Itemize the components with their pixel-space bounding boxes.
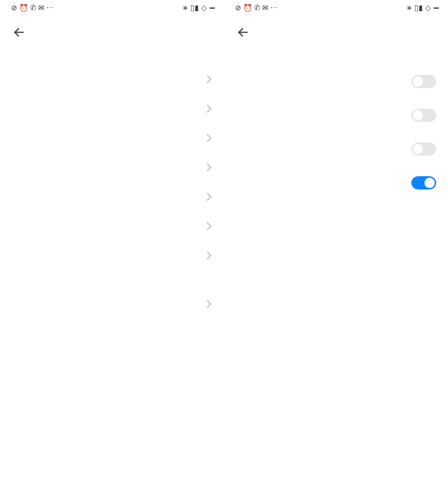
wifi-icon: ◇ bbox=[201, 4, 207, 12]
chevron-right-icon bbox=[206, 134, 212, 142]
mail-icon: ✉ bbox=[262, 4, 268, 12]
status-bar: ⊘ ⏰ ✆ ✉ ⋯ ∗ ▯▮ ◇ bbox=[224, 0, 448, 16]
bluetooth-icon: ∗ bbox=[182, 4, 188, 12]
alarm-icon: ⏰ bbox=[19, 4, 28, 12]
row-account-chiamate[interactable] bbox=[12, 65, 212, 94]
whatsapp-icon: ✆ bbox=[254, 4, 260, 12]
status-bar: ⊘ ⏰ ✆ ✉ ⋯ ∗ ▯▮ ◇ bbox=[0, 0, 224, 16]
battery-icon bbox=[209, 7, 215, 9]
toggle-knob bbox=[424, 178, 435, 188]
chevron-right-icon bbox=[206, 163, 212, 172]
signal-icon: ▯▮ bbox=[190, 4, 199, 12]
dnd-icon: ⊘ bbox=[11, 4, 17, 12]
row-risposta-automatica[interactable] bbox=[12, 211, 212, 241]
wifi-icon: ◇ bbox=[425, 4, 431, 12]
arrow-left-icon bbox=[236, 25, 250, 40]
status-left: ⊘ ⏰ ✆ ✉ ⋯ bbox=[233, 4, 278, 12]
bluetooth-icon: ∗ bbox=[406, 4, 412, 12]
more-notifications-icon: ⋯ bbox=[46, 4, 54, 12]
screen-call-settings: ⊘ ⏰ ✆ ✉ ⋯ ∗ ▯▮ ◇ bbox=[0, 0, 224, 492]
chevron-right-icon bbox=[206, 300, 212, 308]
topbar bbox=[0, 16, 224, 43]
back-button[interactable] bbox=[236, 22, 256, 43]
chevron-right-icon bbox=[206, 104, 212, 113]
toggle-knob bbox=[413, 144, 423, 154]
battery-icon bbox=[433, 7, 439, 9]
alarm-icon: ⏰ bbox=[243, 4, 252, 12]
row-deviazione[interactable] bbox=[12, 123, 212, 153]
status-right: ∗ ▯▮ ◇ bbox=[182, 4, 215, 12]
toggle-knob bbox=[413, 76, 423, 87]
row-privacy[interactable] bbox=[12, 289, 212, 319]
toggle-volume[interactable] bbox=[411, 142, 436, 156]
row-volume-ascendente[interactable] bbox=[236, 132, 436, 166]
status-left: ⊘ ⏰ ✆ ✉ ⋯ bbox=[9, 4, 54, 12]
arrow-left-icon bbox=[12, 25, 26, 40]
row-lampeggia[interactable] bbox=[236, 166, 436, 200]
row-schede-sim[interactable] bbox=[12, 94, 212, 123]
row-chiamata-attesa[interactable] bbox=[12, 153, 212, 182]
more-notifications-icon: ⋯ bbox=[270, 4, 278, 12]
screen-incoming-call-settings: ⊘ ⏰ ✆ ✉ ⋯ ∗ ▯▮ ◇ bbox=[224, 0, 448, 492]
row-chiamate-arrivo[interactable] bbox=[12, 182, 212, 211]
toggle-knob bbox=[413, 110, 423, 120]
page-title bbox=[0, 43, 224, 65]
back-button[interactable] bbox=[12, 22, 32, 43]
toggle-lampeggia[interactable] bbox=[411, 176, 436, 189]
chevron-right-icon bbox=[206, 251, 212, 260]
signal-icon: ▯▮ bbox=[414, 4, 423, 12]
row-capovolgi[interactable] bbox=[236, 65, 436, 98]
chevron-right-icon bbox=[206, 222, 212, 231]
mail-icon: ✉ bbox=[38, 4, 44, 12]
page-title bbox=[224, 43, 448, 65]
topbar bbox=[224, 16, 448, 43]
status-right: ∗ ▯▮ ◇ bbox=[406, 4, 439, 12]
settings-list bbox=[0, 65, 224, 492]
row-silenzia-sollevato[interactable] bbox=[236, 98, 436, 132]
dnd-icon: ⊘ bbox=[235, 4, 241, 12]
chevron-right-icon bbox=[206, 192, 212, 201]
toggle-silenzia[interactable] bbox=[411, 109, 436, 122]
whatsapp-icon: ✆ bbox=[30, 4, 36, 12]
toggle-capovolgi[interactable] bbox=[411, 75, 436, 88]
chevron-right-icon bbox=[206, 75, 212, 84]
row-avanzate[interactable] bbox=[12, 241, 212, 270]
section-spacer bbox=[12, 270, 212, 289]
settings-list bbox=[224, 65, 448, 492]
